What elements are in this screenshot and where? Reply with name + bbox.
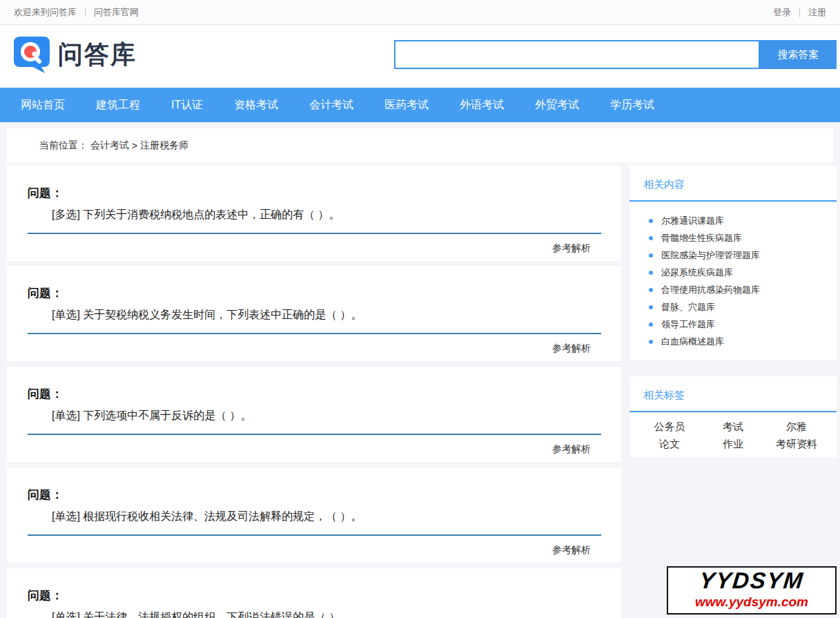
list-item: 领导工作题库: [649, 316, 837, 333]
reference-analysis-link[interactable]: 参考解析: [552, 443, 591, 454]
question-text: [单选] 关于契税纳税义务发生时间，下列表述中正确的是（ ）。: [7, 301, 621, 322]
breadcrumb: 当前位置： 会计考试 > 注册税务师: [7, 128, 833, 162]
nav-item-foreign-language[interactable]: 外语考试: [460, 98, 504, 113]
list-item: 骨髓增生性疾病题库: [649, 229, 837, 247]
question-text: [单选] 下列选项中不属于反诉的是（ ）。: [7, 402, 621, 423]
related-content-link[interactable]: 骨髓增生性疾病题库: [661, 232, 742, 244]
welcome-text: 欢迎来到问答库: [14, 6, 77, 19]
bullet-dot-icon: [649, 340, 653, 344]
tag-grid: 公务员 考试 尔雅 论文 作业 考研资料: [629, 412, 837, 452]
related-content-list: 尔雅通识课题库 骨髓增生性疾病题库 医院感染与护理管理题库 泌尿系统疾病题库 合…: [629, 202, 837, 350]
related-content-link[interactable]: 白血病概述题库: [661, 336, 724, 348]
question-label: 问题：: [7, 266, 621, 301]
nav-item-academic[interactable]: 学历考试: [610, 98, 654, 113]
nav-item-qualification[interactable]: 资格考试: [234, 98, 278, 113]
header: 问答库 搜索答案: [0, 26, 840, 88]
topbar-divider: [799, 8, 800, 17]
breadcrumb-label: 当前位置：: [39, 139, 88, 152]
breadcrumb-page-link[interactable]: 注册税务师: [140, 139, 188, 152]
question-label: 问题：: [7, 467, 621, 503]
related-content-link[interactable]: 泌尿系统疾病题库: [661, 267, 733, 279]
breadcrumb-separator: >: [132, 140, 137, 151]
reference-analysis-link[interactable]: 参考解析: [552, 544, 591, 555]
related-content-link[interactable]: 督脉、穴题库: [661, 301, 715, 313]
bullet-dot-icon: [649, 322, 653, 327]
related-content-link[interactable]: 尔雅通识课题库: [661, 215, 724, 227]
login-link[interactable]: 登录: [773, 6, 791, 19]
tag-link[interactable]: 考研资料: [765, 435, 828, 452]
question-text: [多选] 下列关于消费税纳税地点的表述中，正确的有（ ）。: [7, 201, 621, 222]
question-card: 问题： [单选] 关于契税纳税义务发生时间，下列表述中正确的是（ ）。 参考解析: [7, 266, 621, 361]
list-item: 泌尿系统疾病题库: [649, 264, 837, 281]
search-input[interactable]: [394, 40, 760, 69]
breadcrumb-category-link[interactable]: 会计考试: [90, 139, 129, 152]
related-content-link[interactable]: 医院感染与护理管理题库: [661, 249, 760, 262]
nav-item-home[interactable]: 网站首页: [21, 98, 65, 113]
page: 欢迎来到问答库 问答库官网 登录 注册 问答库 搜索答案 网站: [0, 0, 840, 618]
official-site-link[interactable]: 问答库官网: [94, 6, 139, 19]
main-nav: 网站首页 建筑工程 IT认证 资格考试 会计考试 医药考试 外语考试 外贸考试 …: [0, 88, 840, 122]
logo-bubble-icon: [12, 35, 51, 74]
search-button[interactable]: 搜索答案: [760, 40, 837, 69]
tag-link[interactable]: 论文: [638, 435, 701, 452]
nav-item-construction[interactable]: 建筑工程: [96, 98, 140, 113]
related-content-panel: 相关内容 尔雅通识课题库 骨髓增生性疾病题库 医院感染与护理管理题库 泌尿系统疾…: [629, 166, 837, 360]
related-content-title: 相关内容: [629, 166, 837, 191]
question-text: [单选] 关于法律、法规授权的组织，下列说法错误的是（ ）。: [7, 603, 621, 618]
related-tags-panel: 相关标签 公务员 考试 尔雅 论文 作业 考研资料: [629, 376, 837, 457]
related-tags-title: 相关标签: [629, 376, 837, 402]
question-text: [单选] 根据现行税收相关法律、法规及司法解释的规定，（ ）。: [7, 503, 621, 524]
question-card: 问题： [单选] 根据现行税收相关法律、法规及司法解释的规定，（ ）。 参考解析: [7, 467, 621, 563]
watermark-url: www.yydsym.com: [668, 594, 835, 610]
tag-link[interactable]: 考试: [701, 418, 765, 435]
bullet-dot-icon: [649, 305, 653, 309]
list-item: 尔雅通识课题库: [649, 212, 837, 229]
bullet-dot-icon: [649, 253, 653, 258]
bullet-dot-icon: [649, 236, 653, 240]
question-label: 问题：: [7, 166, 621, 201]
question-card: 问题： [多选] 下列关于消费税纳税地点的表述中，正确的有（ ）。 参考解析: [7, 166, 621, 261]
reference-analysis-link[interactable]: 参考解析: [552, 242, 591, 253]
topbar: 欢迎来到问答库 问答库官网 登录 注册: [0, 0, 840, 25]
watermark: YYDSYM www.yydsym.com: [667, 566, 837, 615]
list-item: 合理使用抗感染药物题库: [649, 281, 837, 298]
nav-item-it-cert[interactable]: IT认证: [171, 98, 203, 113]
question-card: 问题： [单选] 下列选项中不属于反诉的是（ ）。 参考解析: [7, 367, 621, 462]
logo-text: 问答库: [58, 38, 137, 72]
list-item: 白血病概述题库: [649, 333, 837, 350]
question-label: 问题：: [7, 367, 621, 402]
tag-link[interactable]: 尔雅: [765, 418, 828, 435]
nav-item-medical[interactable]: 医药考试: [384, 98, 429, 113]
watermark-title: YYDSYM: [667, 568, 837, 594]
topbar-divider: [85, 8, 86, 17]
question-card: 问题： [单选] 关于法律、法规授权的组织，下列说法错误的是（ ）。: [7, 568, 621, 618]
bullet-dot-icon: [649, 271, 653, 275]
register-link[interactable]: 注册: [808, 6, 826, 19]
bullet-dot-icon: [649, 288, 653, 292]
reference-analysis-link[interactable]: 参考解析: [552, 342, 591, 354]
topbar-right: 登录 注册: [773, 6, 826, 19]
logo[interactable]: 问答库: [12, 35, 137, 74]
tag-link[interactable]: 公务员: [638, 418, 701, 435]
search-bar: 搜索答案: [394, 40, 837, 69]
related-content-link[interactable]: 领导工作题库: [661, 318, 715, 331]
list-item: 督脉、穴题库: [649, 298, 837, 316]
question-label: 问题：: [7, 568, 621, 603]
bullet-dot-icon: [649, 219, 653, 223]
nav-item-foreign-trade[interactable]: 外贸考试: [535, 98, 579, 113]
list-item: 医院感染与护理管理题库: [649, 247, 837, 264]
nav-item-accounting[interactable]: 会计考试: [309, 98, 353, 113]
tag-link[interactable]: 作业: [701, 435, 765, 452]
topbar-left: 欢迎来到问答库 问答库官网: [14, 6, 139, 19]
related-content-link[interactable]: 合理使用抗感染药物题库: [661, 284, 760, 296]
